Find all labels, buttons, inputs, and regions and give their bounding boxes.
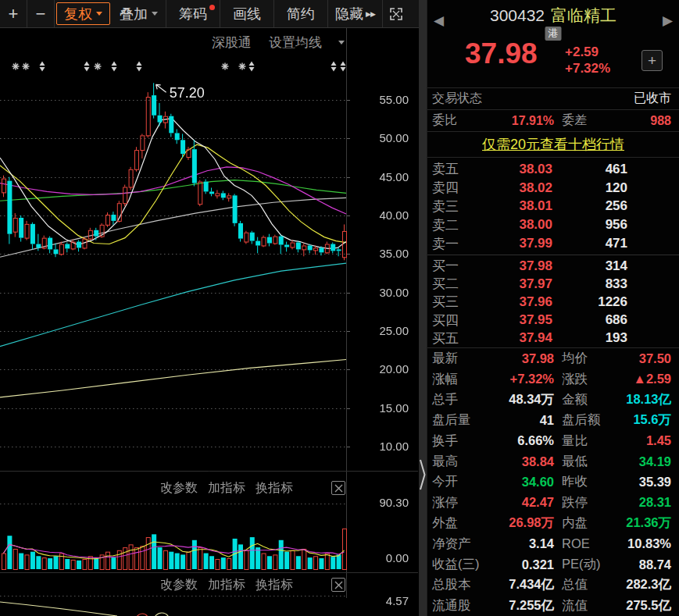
chevron-down-icon <box>96 12 102 16</box>
set-ma-dropdown[interactable]: 设置均线 <box>269 34 322 52</box>
chip-distribution-button[interactable]: 筹码 <box>166 0 220 27</box>
weibi-label: 委比 <box>432 112 488 129</box>
buy-2-row[interactable]: 买二37.97833 <box>427 275 679 293</box>
stats-row: 收益(三)0.321PE(动)88.74 <box>427 554 679 575</box>
overlay-button[interactable]: 叠加 <box>112 0 166 27</box>
buy-1-row[interactable]: 买一37.98314 <box>427 257 679 275</box>
change-params-button[interactable]: 改参数 <box>160 577 198 593</box>
sell-3-row[interactable]: 卖三38.01256 <box>427 198 679 216</box>
stats-row: 换手6.66%量比1.45 <box>427 430 679 450</box>
chevron-down-icon <box>152 12 158 16</box>
sell-2-row[interactable]: 卖二38.00956 <box>427 215 679 234</box>
hk-connect-badge: 港 <box>545 27 562 41</box>
chevron-down-icon[interactable] <box>338 41 345 45</box>
chevron-right-icon <box>419 457 427 493</box>
quote-panel: ◀ ▶ 300432富临精工 港 37.98 +2.59 +7.32% + 交易… <box>427 0 679 616</box>
sell-5-row[interactable]: 卖五38.03461 <box>427 160 679 179</box>
quote-header: ◀ ▶ 300432富临精工 港 37.98 +2.59 +7.32% + <box>427 0 679 87</box>
weibi-row: 委比 17.91% 委差 988 <box>427 109 679 131</box>
notification-dot-icon <box>209 5 215 10</box>
add-indicator-button[interactable]: 加指标 <box>208 577 245 593</box>
stats-row: 涨幅+7.32%涨跌▲2.59 <box>427 369 679 389</box>
fullscreen-button[interactable] <box>383 0 409 27</box>
promo-row: 仅需20元查看十档行情 <box>427 131 679 158</box>
sell-order-book: 卖五38.03461 卖四38.02120 卖三38.01256 卖二38.00… <box>427 158 679 253</box>
kline-chart-canvas[interactable] <box>0 52 418 616</box>
order-book-divider <box>427 255 679 255</box>
buy-5-row[interactable]: 买五37.94193 <box>427 329 679 347</box>
sell-4-row[interactable]: 卖四38.02120 <box>427 179 679 198</box>
change-amount: +2.59 <box>565 44 610 60</box>
collapse-panel-handle[interactable] <box>419 457 427 493</box>
shengutong-badge: 深股通 <box>212 34 252 52</box>
stats-row: 总股本7.434亿总值282.3亿 <box>427 575 679 595</box>
weicha-label: 委差 <box>554 112 613 129</box>
stats-row: 净资产3.14ROE10.83% <box>427 533 679 554</box>
buy-4-row[interactable]: 买四37.95686 <box>427 312 679 329</box>
add-to-watchlist-button[interactable]: + <box>641 50 663 71</box>
stock-title: 300432富临精工 <box>427 5 679 27</box>
close-icon <box>334 581 343 589</box>
zoom-in-button[interactable]: + <box>0 0 27 27</box>
draw-line-button[interactable]: 画线 <box>220 0 274 27</box>
stats-row: 涨停42.47跌停28.31 <box>427 493 679 513</box>
stats-row: 最新37.98均价37.50 <box>427 348 679 369</box>
close-icon <box>334 484 343 493</box>
status-label: 交易状态 <box>432 91 482 107</box>
change-percent: +7.32% <box>565 60 610 77</box>
stock-code: 300432 <box>490 6 545 24</box>
add-indicator-button[interactable]: 加指标 <box>208 480 245 497</box>
stock-name: 富临精工 <box>551 6 616 24</box>
buy-3-row[interactable]: 买三37.961226 <box>427 293 679 311</box>
panel-divider <box>419 0 427 616</box>
status-value: 已收市 <box>634 91 671 107</box>
stats-row: 外盘26.98万内盘21.36万 <box>427 513 679 533</box>
weibi-value: 17.91% <box>488 114 554 128</box>
switch-indicator-button[interactable]: 换指标 <box>256 480 293 497</box>
fullscreen-icon <box>389 7 403 21</box>
zoom-out-button[interactable]: − <box>27 0 55 27</box>
double-right-arrow-icon: ▶▶ <box>366 10 375 18</box>
close-pane-button[interactable] <box>331 578 345 592</box>
buy-order-book: 买一37.98314 买二37.97833 买三37.961226 买四37.9… <box>427 257 679 347</box>
axis-divider <box>346 28 347 52</box>
price-change: +2.59 +7.32% <box>565 44 610 77</box>
sub-pane-toolbar: 改参数 加指标 换指标 <box>160 576 345 593</box>
simple-mode-button[interactable]: 简约 <box>274 0 328 27</box>
last-price: 37.98 <box>465 37 538 70</box>
chart-toolbar: + − 复权 叠加 筹码 画线 简约 隐藏▶▶ <box>0 0 419 28</box>
close-pane-button[interactable] <box>331 481 345 495</box>
sell-1-row[interactable]: 卖一37.99471 <box>427 234 679 253</box>
level2-promo-link[interactable]: 仅需20元查看十档行情 <box>482 135 624 154</box>
volume-pane-toolbar: 改参数 加指标 换指标 <box>160 479 345 497</box>
stats-row: 今开34.60昨收35.39 <box>427 472 679 492</box>
stats-row: 流通股7.255亿流值275.5亿 <box>427 596 679 616</box>
switch-indicator-button[interactable]: 换指标 <box>256 577 293 593</box>
change-params-button[interactable]: 改参数 <box>160 480 198 497</box>
hide-panel-button[interactable]: 隐藏▶▶ <box>328 0 383 27</box>
stats-row: 总手48.34万金额18.13亿 <box>427 390 679 410</box>
adjust-price-button[interactable]: 复权 <box>56 2 110 25</box>
weicha-value: 988 <box>613 114 671 128</box>
stock-app-window: + − 复权 叠加 筹码 画线 简约 隐藏▶▶ 深股通 设置均线 改参数 加指标 <box>0 0 679 616</box>
stats-table: 最新37.98均价37.50 涨幅+7.32%涨跌▲2.59 总手48.34万金… <box>427 347 679 616</box>
trading-status-row: 交易状态 已收市 <box>427 87 679 109</box>
stats-row: 最高38.84最低34.19 <box>427 451 679 472</box>
stats-row: 盘后量41盘后额15.6万 <box>427 410 679 430</box>
